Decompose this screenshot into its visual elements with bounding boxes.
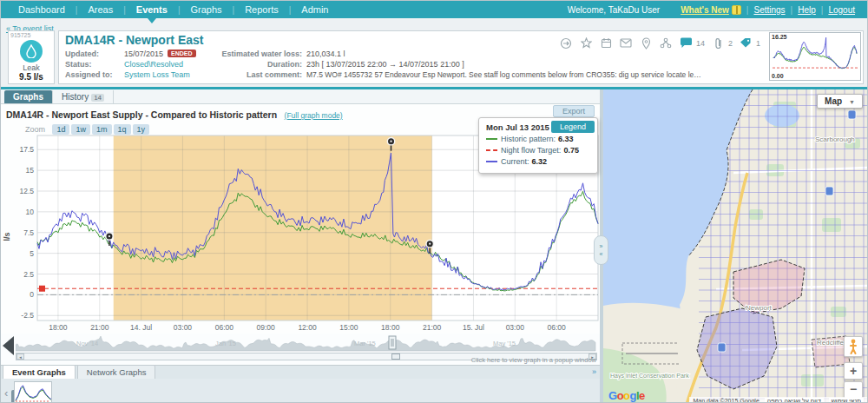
map-zoom-out-button[interactable]: − (844, 381, 863, 399)
whats-new-link[interactable]: What's New (681, 5, 741, 15)
svg-text:18:00: 18:00 (381, 323, 400, 332)
event-type-label: Leak (9, 63, 54, 72)
svg-text:May '15: May '15 (493, 340, 516, 347)
report-error-link[interactable]: דווח על שגיאה במפה (765, 398, 824, 403)
last-comment-label: Last comment: (247, 70, 302, 79)
map-panel[interactable]: ScarboroughRedcliffeNewportHays Inlet Co… (603, 89, 867, 403)
comments-icon[interactable] (680, 36, 693, 50)
status-value[interactable]: Closed\Resolved (124, 60, 183, 69)
event-mini-chart[interactable]: 16.25 0.00 (769, 32, 861, 81)
svg-text:2.5: 2.5 (23, 270, 34, 279)
attachments-count: 2 (728, 39, 733, 48)
svg-text:10: 10 (26, 208, 35, 216)
event-actions: 14 2 1 (560, 36, 760, 50)
svg-text:12.5: 12.5 (19, 187, 34, 195)
content-row: Graphs History14 DMA14R - Newport East S… (1, 89, 867, 403)
collapse-icon[interactable]: « (600, 251, 603, 257)
svg-text:15. Jul: 15. Jul (463, 323, 484, 332)
history-count-badge: 14 (91, 94, 104, 102)
map-data-text: Map data ©2015 Google (693, 398, 759, 403)
google-logo[interactable]: Google (608, 389, 645, 402)
nav-reports[interactable]: Reports (234, 4, 289, 15)
map-zoom-in-button[interactable]: + (844, 362, 863, 380)
status-label: Status: (65, 60, 92, 69)
whats-new-icon (732, 5, 741, 15)
terms-link[interactable]: תנאי שימוש (829, 398, 864, 403)
attachment-icon[interactable] (712, 36, 725, 50)
event-id: 915725 (10, 32, 30, 38)
graph-thumbnails: ‹ HistoricContinuousCustomer ...Similar … (1, 379, 600, 403)
event-type-card: 915725 Leak 9.5 l/s (8, 30, 55, 84)
tooltip-row: Historic pattern: 6.33 (486, 135, 590, 143)
welcome-text: Welcome, TaKaDu User (568, 5, 660, 15)
tab-history[interactable]: History14 (53, 90, 114, 103)
graph-area: Zoom 1d1w1m1q1y Legend Mon Jul 13 2015 1… (1, 119, 600, 365)
tab-network-graphs[interactable]: Network Graphs (77, 365, 156, 379)
event-details-panel: DMA14R - Newport East Updated: 15/07/201… (58, 30, 864, 84)
nav-dashboard[interactable]: Dashboard (8, 4, 76, 15)
svg-text:06:00: 06:00 (548, 323, 567, 332)
svg-text:Newport: Newport (746, 304, 773, 312)
svg-text:Hays Inlet Conservation Park: Hays Inlet Conservation Park (610, 373, 689, 380)
navigator-svg[interactable]: Nov '14Jan '15Mar '15May '15 (16, 334, 597, 353)
duration-value: 23h [ 13/07/2015 22:00 → 14/07/2015 21:0… (306, 60, 464, 69)
svg-text:Scarborough: Scarborough (815, 135, 855, 143)
thumbnails-left-chevron[interactable]: ‹ (4, 386, 8, 400)
svg-text:03:00: 03:00 (506, 323, 525, 332)
nav-admin[interactable]: Admin (291, 4, 339, 15)
tab-graphs[interactable]: Graphs (4, 90, 53, 103)
thumbnail-historic[interactable]: Historic (11, 390, 60, 403)
svg-text:Nov '14: Nov '14 (76, 340, 98, 347)
assigned-label: Assigned to: (65, 70, 113, 79)
map-canvas[interactable]: ScarboroughRedcliffeNewportHays Inlet Co… (603, 89, 867, 403)
graph-tab-strip: Graphs History14 (1, 89, 600, 104)
export-button[interactable]: Export (553, 105, 595, 117)
event-title: DMA14R - Newport East (65, 33, 203, 47)
snooze-icon[interactable] (560, 36, 573, 50)
assigned-value[interactable]: System Loss Team (124, 70, 190, 79)
help-link[interactable]: Help (798, 5, 816, 15)
popup-window-link[interactable]: Click here to view graph in a popup wind… (471, 356, 596, 364)
workflow-icon[interactable] (660, 36, 673, 50)
expand-icon[interactable]: » (600, 243, 603, 249)
svg-text:-2.5: -2.5 (21, 311, 34, 320)
chevron-down-icon: ▼ (849, 99, 855, 105)
navigator-collapse-arrow[interactable] (3, 336, 14, 355)
settings-link[interactable]: Settings (753, 5, 785, 15)
scrollbar-thumb[interactable] (391, 353, 400, 360)
map-attribution: Map data ©2015 Google תנאי שימוש דווח על… (689, 397, 867, 403)
tab-event-graphs[interactable]: Event Graphs (3, 365, 76, 379)
updated-label: Updated: (65, 50, 99, 58)
location-pin-icon[interactable] (640, 36, 653, 50)
takadu-app: Dashboard| Areas| Events| Graphs| Report… (0, 0, 868, 403)
svg-text:5: 5 (30, 249, 34, 258)
bottom-panel-collapse-icon[interactable]: » (592, 367, 596, 376)
svg-text:7.5: 7.5 (23, 228, 34, 237)
tags-count: 1 (756, 39, 760, 48)
logout-link[interactable]: Logout (828, 5, 855, 15)
last-comment-value: M7.5 WO# 1455732 57 Endeavour Esp Newpor… (306, 70, 701, 79)
event-rate: 9.5 l/s (9, 72, 54, 82)
graphs-panel: Graphs History14 DMA14R - Newport East S… (1, 89, 600, 403)
street-view-pegman[interactable] (844, 336, 863, 357)
nav-events[interactable]: Events (126, 4, 178, 15)
nav-graphs[interactable]: Graphs (180, 4, 232, 15)
favorite-star-icon[interactable] (580, 36, 593, 50)
panel-collapse-pill[interactable]: »« (594, 235, 608, 265)
svg-text:0: 0 (30, 290, 34, 299)
ended-badge: ENDED (168, 50, 196, 57)
calendar-icon[interactable] (600, 36, 613, 50)
updated-value: 15/07/2015 (124, 50, 163, 58)
email-icon[interactable] (620, 36, 633, 50)
top-nav: Dashboard| Areas| Events| Graphs| Report… (1, 1, 867, 18)
tooltip-row: Night flow Target: 0.75 (486, 146, 590, 155)
map-type-selector[interactable]: Map▼ (817, 94, 863, 109)
water-loss-label: Estimated water loss: (221, 50, 302, 58)
legend-button[interactable]: Legend (551, 121, 595, 133)
tag-icon[interactable] (740, 36, 753, 50)
event-header: 915725 Leak 9.5 l/s DMA14R - Newport Eas… (4, 30, 864, 86)
svg-text:03:00: 03:00 (174, 323, 193, 332)
nav-areas[interactable]: Areas (77, 4, 123, 15)
scroll-left-arrow[interactable]: ◂ (16, 353, 24, 360)
svg-text:12:00: 12:00 (298, 323, 317, 332)
